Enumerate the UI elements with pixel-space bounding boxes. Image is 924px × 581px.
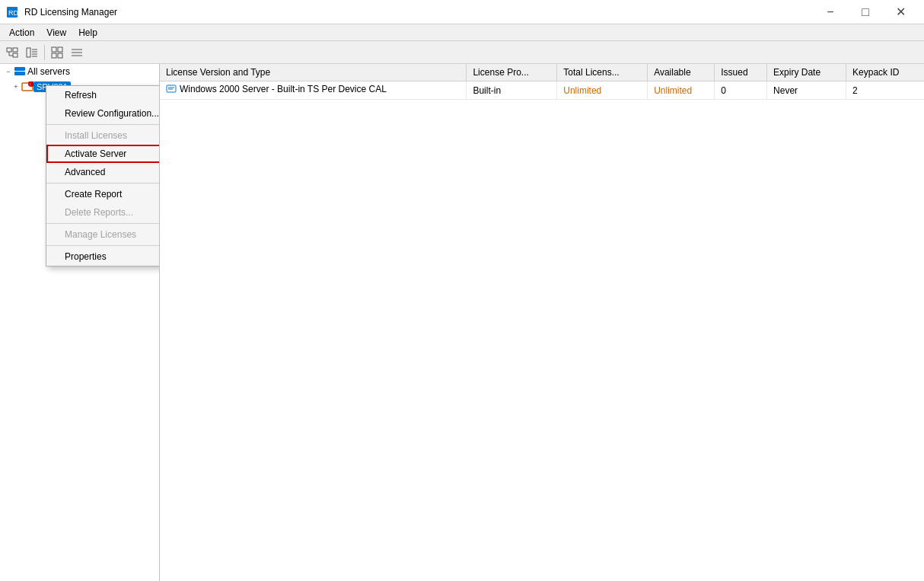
svg-rect-12 xyxy=(52,47,56,52)
ctx-separator-2 xyxy=(46,183,160,184)
expand-icon-srv: + xyxy=(11,81,21,92)
tree-icon xyxy=(6,46,18,59)
svg-rect-6 xyxy=(13,53,18,57)
ctx-separator-3 xyxy=(46,223,160,224)
ctx-refresh-label: Refresh xyxy=(65,90,97,101)
toolbar-btn-tree[interactable] xyxy=(3,43,21,62)
ctx-create-report-label: Create Report xyxy=(65,189,122,200)
context-menu: Refresh Review Configuration... Install … xyxy=(46,85,160,267)
main-content: − All servers + ! SRV001 xyxy=(0,64,924,581)
svg-rect-2 xyxy=(7,48,11,52)
ctx-properties[interactable]: Properties xyxy=(46,247,160,266)
list-icon xyxy=(71,46,83,59)
cell-keypack: 2 xyxy=(846,81,924,100)
table-row[interactable]: Windows 2000 Server - Built-in TS Per De… xyxy=(160,81,924,100)
license-icon xyxy=(166,84,177,94)
cell-expiry: Never xyxy=(767,81,846,100)
server-warning-icon: ! xyxy=(21,81,33,93)
svg-rect-7 xyxy=(27,48,30,57)
title-bar: RD RD Licensing Manager − □ ✕ xyxy=(0,0,924,24)
close-button[interactable]: ✕ xyxy=(883,0,918,24)
license-table: License Version and Type License Pro... … xyxy=(160,64,924,100)
ctx-create-report[interactable]: Create Report ► xyxy=(46,185,160,203)
col-expiry[interactable]: Expiry Date xyxy=(767,64,846,81)
title-bar-left: RD RD Licensing Manager xyxy=(6,6,117,18)
detail-icon xyxy=(26,46,38,59)
svg-rect-13 xyxy=(58,47,62,52)
ctx-manage-licenses: Manage Licenses xyxy=(46,225,160,244)
ctx-delete-reports: Delete Reports... xyxy=(46,203,160,222)
col-keypack[interactable]: Keypack ID xyxy=(846,64,924,81)
col-license-program[interactable]: License Pro... xyxy=(467,64,557,81)
toolbar-btn-list[interactable] xyxy=(68,43,86,62)
svg-text:RD: RD xyxy=(8,9,18,17)
menu-action[interactable]: Action xyxy=(3,26,40,40)
menu-help[interactable]: Help xyxy=(72,26,104,40)
col-license-type[interactable]: License Version and Type xyxy=(160,64,467,81)
ctx-install-label: Install Licenses xyxy=(65,130,127,141)
ctx-review-config[interactable]: Review Configuration... xyxy=(46,104,160,123)
ctx-review-label: Review Configuration... xyxy=(65,108,159,119)
sidebar: − All servers + ! SRV001 xyxy=(0,64,160,581)
col-total-licenses[interactable]: Total Licens... xyxy=(557,64,648,81)
grid-icon xyxy=(51,46,63,59)
all-servers-label: All servers xyxy=(27,66,70,77)
window-title: RD Licensing Manager xyxy=(24,7,117,18)
cell-license-program: Built-in xyxy=(467,81,557,100)
tree-all-servers[interactable]: − All servers xyxy=(0,64,159,79)
ctx-refresh[interactable]: Refresh xyxy=(46,86,160,104)
ctx-delete-reports-label: Delete Reports... xyxy=(65,207,133,218)
ctx-manage-label: Manage Licenses xyxy=(65,229,136,240)
ctx-advanced-label: Advanced xyxy=(65,167,105,177)
cell-available: Unlimited xyxy=(648,81,715,100)
detail-panel: License Version and Type License Pro... … xyxy=(160,64,924,581)
menu-view[interactable]: View xyxy=(40,26,72,40)
toolbar-separator xyxy=(44,45,45,60)
ctx-properties-label: Properties xyxy=(65,251,107,262)
svg-rect-14 xyxy=(52,53,56,58)
ctx-separator-1 xyxy=(46,124,160,125)
minimize-button[interactable]: − xyxy=(813,0,848,24)
ctx-activate-server[interactable]: Activate Server xyxy=(46,145,160,163)
svg-rect-19 xyxy=(14,67,25,71)
svg-rect-20 xyxy=(14,72,25,75)
title-bar-controls: − □ ✕ xyxy=(813,0,918,24)
ctx-install-licenses: Install Licenses xyxy=(46,126,160,145)
col-issued[interactable]: Issued xyxy=(715,64,767,81)
expand-icon: − xyxy=(3,66,14,77)
cell-issued: 0 xyxy=(715,81,767,100)
servers-icon xyxy=(14,65,26,78)
col-available[interactable]: Available xyxy=(648,64,715,81)
app-icon: RD xyxy=(6,6,18,18)
menu-bar: Action View Help xyxy=(0,24,924,41)
ctx-advanced[interactable]: Advanced ► xyxy=(46,163,160,181)
svg-rect-15 xyxy=(58,53,62,58)
cell-total: Unlimited xyxy=(557,81,648,100)
ctx-activate-label: Activate Server xyxy=(65,148,126,159)
toolbar xyxy=(0,41,924,64)
toolbar-btn-grid[interactable] xyxy=(48,43,66,62)
maximize-button[interactable]: □ xyxy=(848,0,883,24)
ctx-separator-4 xyxy=(46,245,160,246)
svg-rect-3 xyxy=(13,48,18,52)
toolbar-btn-detail[interactable] xyxy=(23,43,41,62)
cell-license-type: Windows 2000 Server - Built-in TS Per De… xyxy=(160,81,467,100)
